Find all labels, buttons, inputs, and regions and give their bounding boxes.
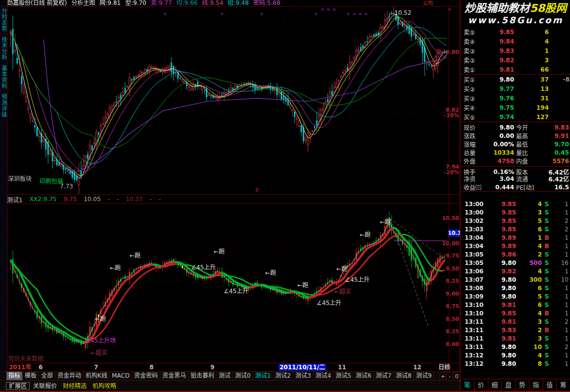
trade-row[interactable]: 13:059.80500S16 — [461, 259, 570, 267]
trade-cell: 1 — [552, 268, 569, 275]
axis-label: 9.00 — [446, 291, 459, 297]
mini-tab-筹[interactable]: 筹 — [557, 379, 570, 391]
info-value: 3.04 — [485, 175, 516, 182]
trade-cell: 9.80 — [487, 360, 516, 367]
indicator-tab-18[interactable]: 测试8 — [394, 372, 414, 381]
trade-cell: 13:04 — [465, 234, 487, 241]
tab-button--[interactable]: - — [446, 372, 453, 381]
indicator-tab-7[interactable]: 资金黑马 — [160, 372, 189, 381]
indicator-tab-4[interactable]: 机构K线 — [84, 372, 110, 381]
sidebar-item-0[interactable]: 分时走势 — [0, 8, 7, 32]
sidebar-item-2[interactable]: 基本资料 — [0, 65, 7, 89]
indicator-tab-0[interactable]: 指标 — [6, 372, 23, 381]
indicator-tab-16[interactable]: 测试6 — [354, 372, 374, 381]
main-kline-chart[interactable] — [7, 7, 449, 194]
quote-row[interactable]: 卖④9.844 — [461, 37, 570, 46]
trade-row[interactable]: 13:099.805S1 — [461, 292, 570, 301]
divider — [0, 380, 460, 381]
trade-cell: 5 — [516, 218, 542, 224]
quote-row[interactable]: 买③9.7631 — [461, 93, 570, 103]
trade-row[interactable]: 13:089.806S1 — [461, 284, 570, 292]
secondary-tab[interactable]: 机构攻略 — [90, 382, 119, 390]
trade-row[interactable]: 13:029.855S2 — [461, 217, 570, 225]
indicator-tab-10[interactable]: 测试0 — [233, 372, 253, 381]
sidebar-item-1[interactable]: 技术分析 — [0, 37, 7, 60]
tab-button-0[interactable]: 0 — [453, 372, 460, 381]
indicator-tab-1[interactable]: 模板 — [23, 372, 39, 381]
axis-label: 10.00 — [442, 240, 459, 247]
trade-row[interactable]: 13:119.813S1 — [461, 334, 570, 343]
trade-cell: 9.80 — [487, 276, 516, 283]
mini-tab-指[interactable]: 指 — [529, 379, 543, 391]
trade-row[interactable]: 13:009.854S1 — [461, 200, 570, 208]
trade-row[interactable]: 13:059.862S1 — [461, 250, 570, 259]
indicator-tab-12[interactable]: 测试2 — [273, 372, 293, 381]
trade-row[interactable]: 13:049.894B1 — [461, 242, 570, 250]
indicator-tab-15[interactable]: 测试5 — [333, 372, 354, 381]
timeline-label: 2011年 — [9, 364, 31, 371]
indicator-tab-5[interactable]: MACD — [110, 372, 132, 381]
indicator-value: 卖:9.77 — [151, 0, 172, 6]
info-row: 涨跌0.00最高9.91 — [461, 131, 570, 140]
trade-row[interactable]: 13:009.853S1 — [461, 208, 570, 217]
info-label: 现价 — [464, 123, 485, 131]
indicator-tab-3[interactable]: 资金异动 — [55, 372, 84, 381]
mini-tab-价[interactable]: 价 — [475, 379, 488, 391]
trade-cell: 1 — [552, 310, 569, 317]
quote-row[interactable]: 买①9.8037-8 — [461, 75, 570, 84]
mini-tab-值[interactable]: 值 — [543, 379, 557, 391]
quote-row[interactable]: 卖①9.8166 — [461, 65, 570, 74]
tab-button-+[interactable]: + — [439, 372, 446, 381]
trade-row[interactable]: 13:079.80300S10 — [461, 275, 570, 284]
trade-row[interactable]: 13:119.8010S2 — [461, 343, 570, 351]
trade-row[interactable]: 13:109.854B1 — [461, 309, 570, 317]
indicator-tab-8[interactable]: 狙击暴利 — [189, 372, 217, 381]
secondary-tab-bar: 扩展区关联报价财经精选机构攻略 — [0, 381, 460, 391]
indicator-tab-13[interactable]: 测试3 — [293, 372, 314, 381]
trade-row[interactable]: 13:049.891B1 — [461, 233, 570, 242]
quote-level-label: 买④ — [464, 103, 483, 112]
trade-cell: 4 — [516, 243, 542, 250]
secondary-tab[interactable]: 扩展区 — [6, 382, 30, 390]
mini-tab-细[interactable]: 细 — [488, 379, 502, 391]
sidebar-item-3[interactable]: 预测评级 — [0, 94, 7, 118]
trade-row[interactable]: 13:069.824S1 — [461, 267, 570, 275]
indicator-tab-2[interactable]: 全部 — [39, 372, 55, 381]
trade-cell: 9.86 — [487, 251, 516, 258]
trade-cell: 2 — [516, 327, 542, 334]
indicator-tab-6[interactable]: 资金密码 — [132, 372, 160, 381]
lower-indicator-chart[interactable] — [7, 204, 448, 362]
tick-trade-list[interactable]: 13:009.854S113:009.853S113:029.855S213:0… — [461, 200, 570, 368]
trade-row[interactable]: 13:109.816S1 — [461, 301, 570, 309]
quote-row[interactable]: 卖③9.831 — [461, 46, 570, 55]
secondary-tab[interactable]: 财经精选 — [60, 382, 89, 390]
quote-row[interactable]: 买④9.75194 — [461, 103, 570, 112]
indicator-segment: - — [159, 196, 161, 203]
indicator-tab-19[interactable]: 测试9 — [414, 372, 434, 381]
trade-cell: 1 — [552, 327, 569, 334]
quote-row[interactable]: 买⑤9.74127 — [461, 112, 570, 122]
info-row: 外盘4758内盘5576 — [461, 157, 570, 165]
trade-row[interactable]: 13:129.808S1 — [461, 359, 570, 368]
indicator-tab-14[interactable]: 测试4 — [314, 372, 334, 381]
trade-row[interactable]: 13:119.813S2 — [461, 317, 570, 326]
indicator-tab-9[interactable]: 测试 — [217, 372, 233, 381]
indicator-tab-17[interactable]: 测试7 — [374, 372, 394, 381]
info-label: 最高 — [516, 131, 544, 140]
mini-tab-盘[interactable]: 盘 — [502, 379, 516, 391]
timeline-label: 9 — [210, 364, 214, 371]
indicator-value: 均:9.66 — [177, 0, 198, 6]
mini-tab-笔[interactable]: 笔 — [461, 379, 475, 391]
trade-row[interactable]: 13:129.804S1 — [461, 351, 570, 359]
mini-tab-势[interactable]: 势 — [516, 379, 529, 391]
axis-label: -10% — [444, 112, 459, 119]
trade-row[interactable]: 13:039.856S2 — [461, 225, 570, 233]
trade-row[interactable]: 13:119.832B1 — [461, 326, 570, 334]
quote-row[interactable]: 买②9.7713 — [461, 84, 570, 93]
secondary-tab[interactable]: 关联报价 — [31, 382, 59, 390]
indicator-tab-11[interactable]: 测试1 — [253, 372, 274, 381]
quote-row[interactable]: 卖②9.823 — [461, 55, 570, 65]
indicator-segment: 9.75 — [63, 196, 77, 203]
quote-extra: -8 — [549, 76, 570, 83]
quote-row[interactable]: 卖⑤9.856 — [461, 27, 570, 37]
